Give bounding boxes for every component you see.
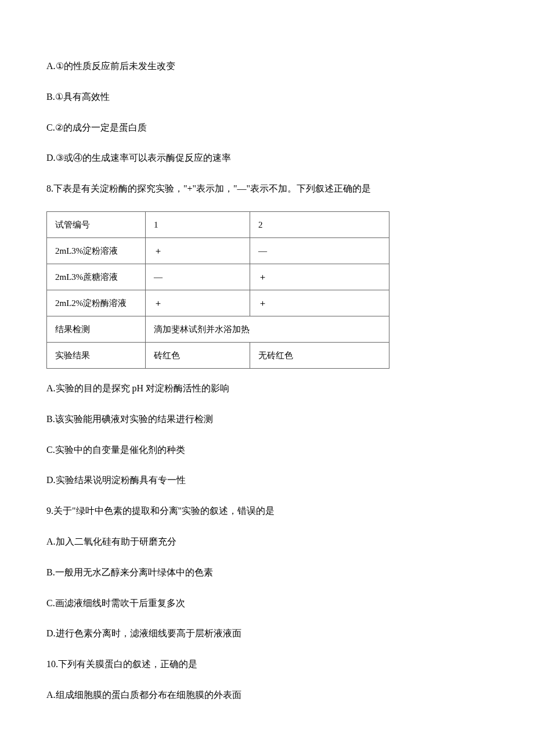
table-cell: 2mL2%淀粉酶溶液 bbox=[47, 290, 146, 316]
q8-option-c: C.实验中的自变量是催化剂的种类 bbox=[46, 442, 488, 459]
table-cell: ＋ bbox=[250, 290, 389, 316]
table-cell: — bbox=[250, 237, 389, 264]
q8-option-d: D.实验结果说明淀粉酶具有专一性 bbox=[46, 472, 488, 489]
q7-option-a: A.①的性质反应前后未发生改变 bbox=[46, 58, 488, 75]
table-row: 2mL3%淀粉溶液 ＋ — bbox=[47, 237, 389, 264]
q8-option-a: A.实验的目的是探究 pH 对淀粉酶活性的影响 bbox=[46, 380, 488, 397]
table-cell: 滴加斐林试剂并水浴加热 bbox=[146, 316, 389, 342]
table-cell: 砖红色 bbox=[146, 342, 250, 368]
table-cell: 1 bbox=[146, 211, 250, 237]
q9-option-b: B.一般用无水乙醇来分离叶绿体中的色素 bbox=[46, 564, 488, 581]
table-row: 2mL2%淀粉酶溶液 ＋ ＋ bbox=[47, 290, 389, 316]
table-cell: 结果检测 bbox=[47, 316, 146, 342]
table-cell: ＋ bbox=[146, 237, 250, 264]
q9-option-a: A.加入二氧化硅有助于研磨充分 bbox=[46, 534, 488, 550]
q9-option-c: C.画滤液细线时需吹干后重复多次 bbox=[46, 595, 488, 612]
q8-table: 试管编号 1 2 2mL3%淀粉溶液 ＋ — 2mL3%蔗糖溶液 — ＋ 2mL… bbox=[46, 211, 389, 369]
table-row: 结果检测 滴加斐林试剂并水浴加热 bbox=[47, 316, 389, 342]
table-row: 试管编号 1 2 bbox=[47, 211, 389, 237]
q10-stem: 10.下列有关膜蛋白的叙述，正确的是 bbox=[46, 656, 488, 673]
table-cell: 实验结果 bbox=[47, 342, 146, 368]
q7-option-b: B.①具有高效性 bbox=[46, 89, 488, 106]
q10-option-a: A.组成细胞膜的蛋白质都分布在细胞膜的外表面 bbox=[46, 687, 488, 704]
table-cell: ＋ bbox=[250, 264, 389, 290]
table-cell: ＋ bbox=[146, 290, 250, 316]
table-cell: 2 bbox=[250, 211, 389, 237]
q7-option-c: C.②的成分一定是蛋白质 bbox=[46, 120, 488, 136]
table-cell: 无砖红色 bbox=[250, 342, 389, 368]
table-row: 2mL3%蔗糖溶液 — ＋ bbox=[47, 264, 389, 290]
table-row: 实验结果 砖红色 无砖红色 bbox=[47, 342, 389, 368]
q9-stem: 9.关于"绿叶中色素的提取和分离"实验的叙述，错误的是 bbox=[46, 503, 488, 520]
q8-stem: 8.下表是有关淀粉酶的探究实验，"+"表示加，"—"表示不加。下列叙述正确的是 bbox=[46, 181, 488, 197]
table-cell: — bbox=[146, 264, 250, 290]
q7-option-d: D.③或④的生成速率可以表示酶促反应的速率 bbox=[46, 150, 488, 167]
q8-option-b: B.该实验能用碘液对实验的结果进行检测 bbox=[46, 411, 488, 428]
q9-option-d: D.进行色素分离时，滤液细线要高于层析液液面 bbox=[46, 625, 488, 642]
table-cell: 2mL3%淀粉溶液 bbox=[47, 237, 146, 264]
table-cell: 2mL3%蔗糖溶液 bbox=[47, 264, 146, 290]
table-cell: 试管编号 bbox=[47, 211, 146, 237]
